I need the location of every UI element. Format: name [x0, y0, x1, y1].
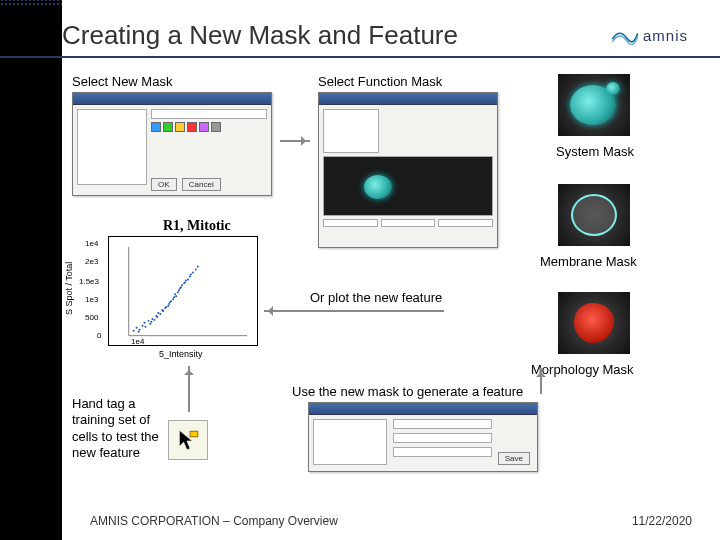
titlebar [319, 93, 497, 105]
svg-point-29 [174, 293, 176, 295]
y-tick: 1.5e3 [79, 277, 99, 286]
svg-point-33 [138, 331, 140, 333]
svg-point-36 [156, 316, 158, 318]
svg-point-35 [150, 321, 152, 323]
label-use-new-mask: Use the new mask to generate a feature [292, 384, 523, 399]
svg-point-15 [177, 291, 179, 293]
svg-point-31 [185, 279, 187, 281]
svg-point-21 [192, 272, 194, 274]
svg-point-32 [190, 274, 192, 276]
header-rule [0, 56, 720, 58]
mask-manager-window: OK Cancel [72, 92, 272, 196]
svg-point-14 [175, 295, 177, 297]
morphology-mask-thumbnail [558, 292, 630, 354]
feature-manager-window: Save [308, 402, 538, 472]
y-tick: 1e4 [85, 239, 98, 248]
function-mask-window [318, 92, 498, 248]
system-mask-thumbnail [558, 74, 630, 136]
label-or-plot: Or plot the new feature [310, 290, 442, 305]
label-morphology-mask: Morphology Mask [531, 362, 634, 377]
titlebar [73, 93, 271, 105]
svg-point-1 [136, 327, 138, 329]
label-select-function-mask: Select Function Mask [318, 74, 442, 89]
svg-point-39 [173, 296, 175, 298]
svg-point-27 [165, 306, 167, 308]
y-tick: 500 [85, 313, 98, 322]
footer-company: AMNIS CORPORATION – Company Overview [90, 514, 338, 528]
x-axis-label: 5_Intensity [159, 349, 203, 359]
ok-button[interactable]: OK [151, 178, 177, 191]
label-select-new-mask: Select New Mask [72, 74, 172, 89]
svg-point-38 [168, 303, 170, 305]
svg-point-5 [147, 320, 149, 322]
arrow-left-plot [264, 310, 444, 312]
y-tick: 2e3 [85, 257, 98, 266]
y-tick: 0 [97, 331, 101, 340]
svg-point-34 [145, 326, 147, 328]
svg-point-41 [183, 282, 185, 284]
svg-point-24 [149, 323, 151, 325]
save-button[interactable]: Save [498, 452, 530, 465]
scatter-plot-title: R1, Mitotic [163, 218, 231, 234]
svg-point-13 [172, 298, 174, 300]
svg-point-4 [144, 322, 146, 324]
label-membrane-mask: Membrane Mask [540, 254, 637, 269]
svg-point-22 [195, 269, 197, 271]
slide-title: Creating a New Mask and Feature [62, 20, 458, 51]
svg-point-6 [151, 318, 153, 320]
brand-name: amnis [643, 27, 688, 44]
svg-point-0 [133, 330, 135, 332]
svg-point-23 [197, 266, 199, 268]
brand-logo: amnis [611, 20, 696, 50]
svg-point-37 [162, 310, 164, 312]
titlebar [309, 403, 537, 415]
label-system-mask: System Mask [556, 144, 634, 159]
svg-point-17 [181, 284, 183, 286]
arrow-right-1 [280, 140, 310, 142]
arrow-up-cursor [188, 366, 190, 412]
svg-point-2 [139, 329, 141, 331]
svg-point-11 [167, 305, 169, 307]
y-axis-label: S Spot / Total [64, 262, 74, 315]
cancel-button[interactable]: Cancel [182, 178, 221, 191]
svg-point-25 [153, 319, 155, 321]
svg-point-19 [187, 278, 189, 280]
svg-point-26 [159, 313, 161, 315]
svg-rect-44 [190, 431, 198, 436]
svg-point-40 [178, 289, 180, 291]
dots-bottom [0, 0, 62, 6]
footer-date: 11/22/2020 [632, 514, 692, 528]
svg-point-8 [157, 312, 159, 314]
note-hand-tag: Hand tag a training set of cells to test… [72, 396, 162, 461]
wave-icon [611, 25, 639, 45]
arrow-up-feature [540, 368, 542, 394]
x-tick: 1e4 [131, 337, 144, 346]
cursor-tool-icon [168, 420, 208, 460]
scatter-plot: 1e4 2e3 1.5e3 1e3 500 0 1e4 S Spot / Tot… [108, 236, 258, 346]
svg-point-20 [189, 275, 191, 277]
svg-point-30 [180, 286, 182, 288]
y-tick: 1e3 [85, 295, 98, 304]
svg-point-3 [142, 325, 144, 327]
svg-point-28 [170, 300, 172, 302]
membrane-mask-thumbnail [558, 184, 630, 246]
